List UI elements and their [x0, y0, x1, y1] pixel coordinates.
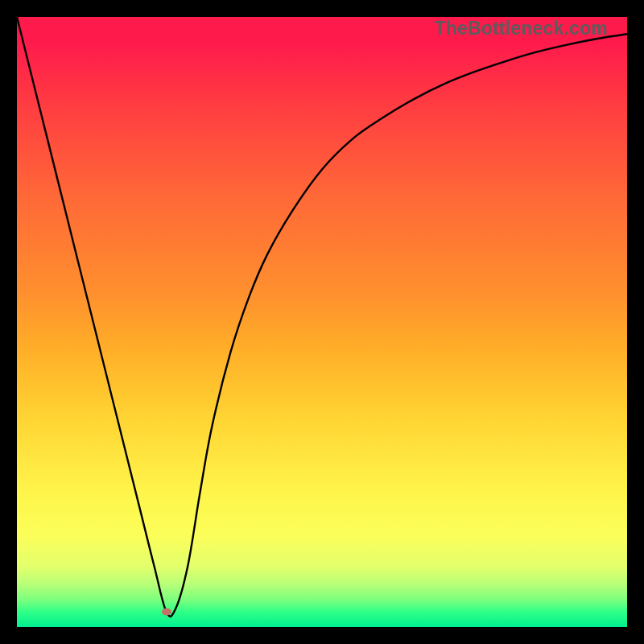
- min-marker: [162, 609, 171, 616]
- chart-frame: TheBottleneck.com: [0, 0, 644, 644]
- bottleneck-curve: [17, 17, 627, 627]
- plot-area: TheBottleneck.com: [17, 17, 627, 627]
